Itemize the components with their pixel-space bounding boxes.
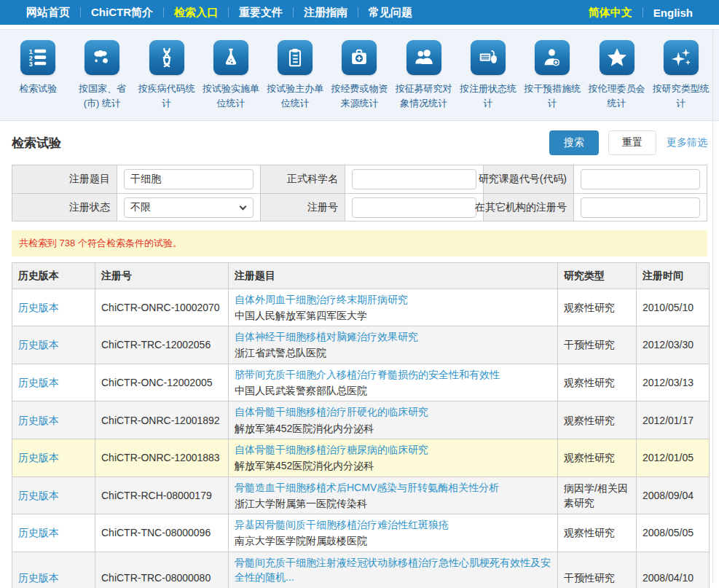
registration-status-label: 注册状态 xyxy=(12,194,117,221)
trial-title-link[interactable]: 自体外周血干细胞治疗终末期肝病研究 xyxy=(235,292,551,307)
trial-title-link[interactable]: 脐带间充质干细胞介入移植治疗脊髓损伤的安全性和有效性 xyxy=(235,367,551,382)
registered-title-label: 注册题目 xyxy=(12,165,117,193)
project-code-label: 研究课题代号(代码) xyxy=(484,165,574,193)
nav-item-about[interactable]: ChiCTR简介 xyxy=(81,4,163,21)
toolbar-item-by-recruitment-status[interactable]: 按征募研究对 象情况统计 xyxy=(392,40,456,111)
registration-number: ChiCTR-ONRC-10002070 xyxy=(95,289,229,326)
organization: 中国人民武装警察部队总医院 xyxy=(235,383,551,398)
nav-item-search-entry[interactable]: 检索入口 xyxy=(164,4,228,21)
reset-button[interactable]: 重置 xyxy=(608,130,656,155)
toolbar-item-label: 按疾病代码统 计 xyxy=(138,82,195,111)
toolbar-item-label: 检索试验 xyxy=(19,82,57,96)
registration-number: ChiCTR-TRC-08000080 xyxy=(95,552,229,588)
trial-title-link[interactable]: 自体骨髓干细胞移植治疗肝硬化的临床研究 xyxy=(235,404,551,419)
header-history-version: 历史版本 xyxy=(12,263,95,289)
world-map-icon xyxy=(85,40,119,75)
table-row-highlighted: 历史版本 ChiCTR-ONRC-12001883 自体骨髓干细胞移植治疗糖尿病… xyxy=(12,439,710,477)
trial-title-link[interactable]: 骨髓间充质干细胞注射液经冠状动脉移植治疗急性心肌梗死有效性及安全性的随机... xyxy=(235,555,551,585)
toolbar-item-by-intervention[interactable]: 按干预措施统 计 xyxy=(520,40,584,111)
table-row: 历史版本 ChiCTR-TRC-12002056 自体神经干细胞移植对脑瘫治疗效… xyxy=(12,326,710,364)
scientific-name-label: 正式科学名 xyxy=(261,165,345,193)
nav-item-home[interactable]: 网站首页 xyxy=(16,4,80,21)
toolbar-item-label: 按干预措施统 计 xyxy=(524,82,581,111)
toolbar-item-label: 按经费或物资 来源统计 xyxy=(331,82,388,111)
other-registry-number-input[interactable] xyxy=(581,197,700,218)
trial-title-link[interactable]: 异基因骨髓间质干细胞移植治疗难治性红斑狼疮 xyxy=(235,517,551,532)
study-type: 观察性研究 xyxy=(558,439,637,477)
organization: 中国人民解放军第四军医大学 xyxy=(235,308,551,323)
lang-english[interactable]: English xyxy=(643,5,703,20)
history-version-link[interactable]: 历史版本 xyxy=(18,415,59,426)
history-version-link[interactable]: 历史版本 xyxy=(18,377,59,388)
project-code-input[interactable] xyxy=(581,169,700,189)
nav-item-important-documents[interactable]: 重要文件 xyxy=(229,4,293,21)
organization: 浙江省武警总队医院 xyxy=(235,345,551,360)
registration-number: ChiCTR-TRC-12002056 xyxy=(95,326,229,364)
toolbar-item-by-study-type[interactable]: 按研究类型统 计 xyxy=(649,40,713,111)
sparkles-icon xyxy=(664,40,699,75)
other-registry-number-label: 在其它机构的注册号 xyxy=(484,194,574,221)
numbered-list-icon: 123 xyxy=(20,40,55,75)
organization: 浙江大学附属第一医院传染科 xyxy=(235,496,551,511)
toolbar-item-by-country[interactable]: 按国家、省 (市) 统计 xyxy=(70,40,134,111)
toolbar-item-by-ethics-committee[interactable]: 按伦理委员会 统计 xyxy=(584,40,648,111)
page-title: 检索试验 xyxy=(12,135,549,152)
history-version-link[interactable]: 历史版本 xyxy=(18,452,59,463)
search-section-header: 检索试验 搜索 重置 更多筛选 xyxy=(0,121,719,163)
registration-status-select[interactable]: 不限 xyxy=(124,197,254,218)
history-version-link[interactable]: 历史版本 xyxy=(18,339,59,350)
history-version-link[interactable]: 历史版本 xyxy=(18,572,59,584)
stats-toolbar: 123 检索试验 按国家、省 (市) 统计 按疾病代码统 计 按试验实施单 位统… xyxy=(0,29,719,121)
toolbar-item-by-registration-status[interactable]: 按注册状态统 计 xyxy=(456,40,520,111)
toolbar-item-by-implementing-unit[interactable]: 按试验实施单 位统计 xyxy=(199,40,263,111)
search-button[interactable]: 搜索 xyxy=(549,130,599,155)
star-icon xyxy=(600,40,634,75)
clipboard-icon xyxy=(278,40,313,75)
nav-item-registration-guide[interactable]: 注册指南 xyxy=(294,4,358,21)
header-registration-number: 注册号 xyxy=(95,263,229,289)
table-row: 历史版本 ChiCTR-ONRC-12001892 自体骨髓干细胞移植治疗肝硬化… xyxy=(12,401,710,439)
toolbar-item-by-disease-code[interactable]: 按疾病代码统 计 xyxy=(135,40,199,111)
study-type: 观察性研究 xyxy=(558,514,637,552)
table-row: 历史版本 ChiCTR-TNC-08000096 异基因骨髓间质干细胞移植治疗难… xyxy=(12,514,710,552)
registration-number-input[interactable] xyxy=(352,197,476,218)
trial-title-link[interactable]: 自体骨髓干细胞移植治疗糖尿病的临床研究 xyxy=(235,442,551,457)
search-form: 注册题目 正式科学名 研究课题代号(代码) 注册状态 不限 注册号 在其它机构的… xyxy=(12,165,707,222)
form-row: 注册状态 不限 注册号 在其它机构的注册号 xyxy=(12,193,707,221)
registration-number: ChiCTR-TNC-08000096 xyxy=(95,514,229,552)
registration-date: 2012/01/05 xyxy=(637,439,710,477)
header-study-type: 研究类型 xyxy=(558,263,637,289)
nav-item-faq[interactable]: 常见问题 xyxy=(358,4,423,21)
table-row: 历史版本 ChiCTR-ONC-12002005 脐带间充质干细胞介入移植治疗脊… xyxy=(12,364,710,401)
table-row: 历史版本 ChiCTR-RCH-08000179 骨髓造血干细胞移植术后HCMV… xyxy=(12,477,710,514)
toolbar-item-by-funding-source[interactable]: 按经费或物资 来源统计 xyxy=(327,40,391,111)
history-version-link[interactable]: 历史版本 xyxy=(18,490,59,501)
history-version-link[interactable]: 历史版本 xyxy=(18,302,59,313)
flask-icon xyxy=(213,40,248,75)
organization: 南京大学医学院附属鼓楼医院 xyxy=(235,533,551,548)
toolbar-item-label: 按试验主办单 位统计 xyxy=(267,82,323,111)
registration-date: 2010/05/10 xyxy=(637,289,710,326)
people-icon xyxy=(406,40,441,75)
keyboard-mouse-icon xyxy=(471,40,506,75)
registration-date: 2008/05/05 xyxy=(637,514,710,552)
toolbar-item-by-sponsor-unit[interactable]: 按试验主办单 位统计 xyxy=(263,40,327,111)
scientific-name-input[interactable] xyxy=(352,169,476,189)
registration-date: 2008/09/04 xyxy=(637,477,710,514)
scrollbar-track[interactable] xyxy=(712,31,713,584)
more-filters-link[interactable]: 更多筛选 xyxy=(667,136,707,149)
language-switcher: 简体中文 English xyxy=(578,4,703,21)
registered-title-input[interactable] xyxy=(124,169,254,189)
chevron-down-icon xyxy=(240,203,247,210)
registration-date: 2012/01/17 xyxy=(637,401,710,439)
toolbar-item-search-trials[interactable]: 123 检索试验 xyxy=(6,40,70,111)
toolbar-item-label: 按征募研究对 象情况统计 xyxy=(396,82,452,111)
history-version-link[interactable]: 历史版本 xyxy=(18,527,59,538)
header-registered-title: 注册题目 xyxy=(229,263,558,289)
table-row: 历史版本 ChiCTR-ONRC-10002070 自体外周血干细胞治疗终末期肝… xyxy=(12,289,710,326)
trial-title-link[interactable]: 骨髓造血干细胞移植术后HCMV感染与肝转氨酶相关性分析 xyxy=(235,480,551,495)
toolbar-item-label: 按伦理委员会 统计 xyxy=(589,82,645,111)
lang-simplified-chinese[interactable]: 简体中文 xyxy=(578,4,643,21)
trial-title-link[interactable]: 自体神经干细胞移植对脑瘫治疗效果研究 xyxy=(235,329,551,344)
toolbar-item-label: 按研究类型统 计 xyxy=(653,82,710,111)
